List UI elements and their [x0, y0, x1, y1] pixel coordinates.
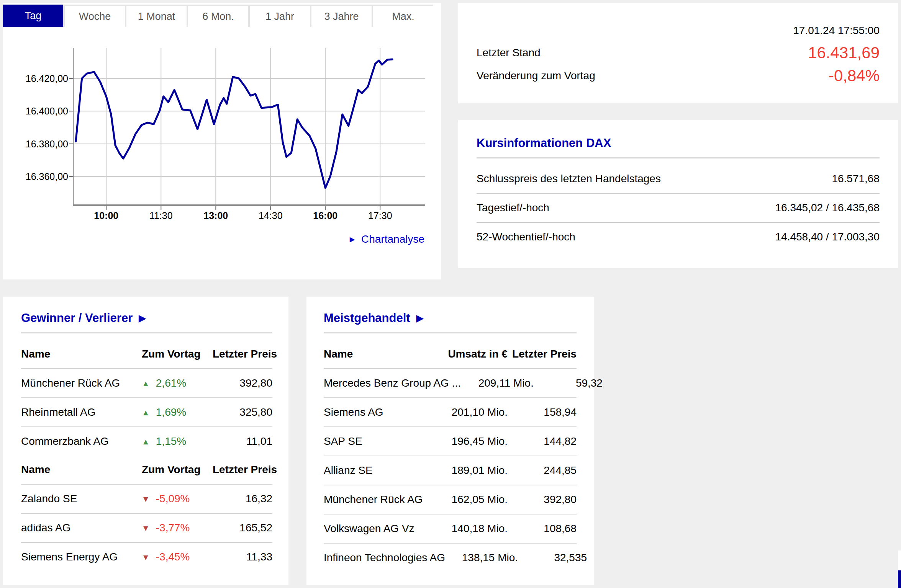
most-traded-table: NameUmsatz in €Letzter PreisMercedes Ben… [324, 340, 577, 572]
change-value: 1,15% [156, 435, 186, 448]
scrollbar-thumb[interactable] [898, 570, 901, 588]
info-row: 52-Wochentief/-hoch14.458,40 / 17.003,30 [477, 222, 880, 251]
volume-value: 196,45 Mio. [435, 435, 508, 448]
title-text: Gewinner / Verlierer [21, 311, 133, 325]
volume-value: 201,10 Mio. [435, 406, 508, 418]
table-header-row: NameUmsatz in €Letzter Preis [324, 340, 577, 368]
stock-name[interactable]: Münchener Rück AG [324, 493, 435, 506]
stock-name[interactable]: Zalando SE [21, 493, 142, 505]
table-row: Zalando SE▼-5,09%16,32 [21, 484, 272, 513]
info-row: Tagestief/-hoch16.345,02 / 16.435,68 [477, 193, 880, 222]
last-price-label: Letzter Stand [477, 47, 541, 59]
change-row: Veränderung zum Vortag -0,84% [477, 64, 880, 87]
change-value: 2,61% [156, 377, 186, 389]
stock-name[interactable]: SAP SE [324, 435, 435, 448]
table-row: Commerzbank AG▲1,15%11,01 [21, 426, 272, 456]
triangle-up-icon: ▲ [142, 408, 150, 416]
right-triangle-icon: ▶ [416, 314, 423, 323]
chart-panel: TagWoche1 Monat6 Mon.1 Jahr3 JahreMax. 1… [3, 3, 441, 279]
change-cell: ▼-3,77% [142, 522, 213, 534]
col-change-header: Zum Vortag [142, 464, 213, 476]
change-value: 1,69% [156, 406, 186, 418]
change-value: -3,77% [156, 522, 190, 534]
price-value: 144,82 [508, 435, 577, 448]
info-value: 16.345,02 / 16.435,68 [775, 202, 880, 214]
y-tick-label: 16.400,00 [26, 106, 68, 116]
table-row: Mercedes Benz Group AG ...209,11 Mio.59,… [324, 368, 577, 397]
price-value: 108,68 [508, 523, 577, 535]
change-value: -3,45% [156, 551, 190, 563]
price-value: 11,01 [213, 435, 272, 448]
price-value: 392,80 [508, 493, 577, 506]
col-price-header: Letzter Preis [508, 348, 577, 360]
kursinfo-title: Kursinformationen DAX [477, 136, 880, 150]
quote-panel: 17.01.24 17:55:00 Letzter Stand 16.431,6… [458, 3, 898, 103]
chartanalyse-label: Chartanalyse [361, 233, 424, 245]
last-price-row: Letzter Stand 16.431,69 [477, 41, 880, 64]
stock-name[interactable]: Allianz SE [324, 464, 435, 477]
stock-name[interactable]: Mercedes Benz Group AG ... [324, 377, 461, 389]
gainers-losers-panel: Gewinner / Verlierer ▶ NameZum VortagLet… [3, 297, 288, 585]
volume-value: 189,01 Mio. [435, 464, 508, 477]
x-tick-label: 11:30 [149, 210, 173, 221]
y-tick-label: 16.420,00 [26, 73, 68, 84]
change-value: -5,09% [156, 493, 190, 505]
x-tick-label: 14:30 [259, 210, 283, 221]
volume-value: 209,11 Mio. [461, 377, 534, 389]
most-traded-panel: Meistgehandelt ▶ NameUmsatz in €Letzter … [306, 297, 594, 585]
price-value: 165,52 [213, 522, 272, 534]
kursinfo-rows: Schlusspreis des letzten Handelstages16.… [477, 165, 880, 251]
stock-name[interactable]: Münchener Rück AG [21, 377, 142, 389]
col-volume-header: Umsatz in € [435, 348, 508, 360]
info-value: 16.571,68 [832, 173, 880, 185]
price-value: 244,85 [508, 464, 577, 477]
arrow-right-icon: ► [348, 235, 357, 244]
price-value: 325,80 [213, 406, 272, 418]
change-value: -0,84% [829, 67, 880, 85]
quote-timestamp: 17.01.24 17:55:00 [477, 24, 880, 41]
x-tick-label: 17:30 [368, 210, 392, 221]
most-traded-title[interactable]: Meistgehandelt ▶ [324, 311, 577, 325]
kursinfo-panel: Kursinformationen DAX Schlusspreis des l… [458, 120, 898, 268]
stock-name[interactable]: Commerzbank AG [21, 435, 142, 448]
change-cell: ▼-3,45% [142, 551, 213, 563]
price-value: 32,535 [518, 552, 587, 564]
table-row: Rheinmetall AG▲1,69%325,80 [21, 397, 272, 426]
scrollbar-fragment[interactable] [898, 550, 901, 588]
price-value: 59,32 [534, 377, 603, 389]
gainers-losers-title[interactable]: Gewinner / Verlierer ▶ [21, 311, 272, 325]
volume-value: 140,18 Mio. [435, 523, 508, 535]
table-row: Siemens Energy AG▼-3,45%11,33 [21, 542, 272, 571]
col-change-header: Zum Vortag [142, 348, 213, 360]
change-cell: ▲2,61% [142, 377, 213, 389]
change-cell: ▼-5,09% [142, 493, 213, 505]
triangle-down-icon: ▼ [142, 495, 150, 503]
info-label: 52-Wochentief/-hoch [477, 231, 575, 243]
chartanalyse-link[interactable]: ► Chartanalyse [348, 233, 424, 245]
price-value: 158,94 [508, 406, 577, 418]
stock-name[interactable]: Infineon Technologies AG [324, 552, 445, 564]
triangle-down-icon: ▼ [142, 524, 150, 532]
col-name-header: Name [324, 348, 435, 360]
x-tick-label: 10:00 [94, 210, 118, 221]
x-tick-label: 16:00 [313, 210, 337, 221]
table-row: SAP SE196,45 Mio.144,82 [324, 426, 577, 456]
table-row: Münchener Rück AG▲2,61%392,80 [21, 368, 272, 397]
change-cell: ▲1,15% [142, 435, 213, 448]
stock-name[interactable]: Siemens AG [324, 406, 435, 418]
stock-name[interactable]: Siemens Energy AG [21, 551, 142, 563]
stock-name[interactable]: Volkswagen AG Vz [324, 523, 435, 535]
col-name-header: Name [21, 464, 142, 476]
triangle-up-icon: ▲ [142, 438, 150, 446]
divider [21, 332, 272, 333]
table-header-row: NameZum VortagLetzter Preis [21, 340, 272, 368]
change-label: Veränderung zum Vortag [477, 70, 595, 82]
gainers-losers-table: NameZum VortagLetzter PreisMünchener Rüc… [21, 340, 272, 571]
price-value: 392,80 [213, 377, 272, 389]
stock-name[interactable]: adidas AG [21, 522, 142, 534]
table-row: Volkswagen AG Vz140,18 Mio.108,68 [324, 514, 577, 543]
table-row: adidas AG▼-3,77%165,52 [21, 513, 272, 542]
table-header-row: NameZum VortagLetzter Preis [21, 456, 272, 484]
stock-name[interactable]: Rheinmetall AG [21, 406, 142, 418]
triangle-up-icon: ▲ [142, 379, 150, 387]
